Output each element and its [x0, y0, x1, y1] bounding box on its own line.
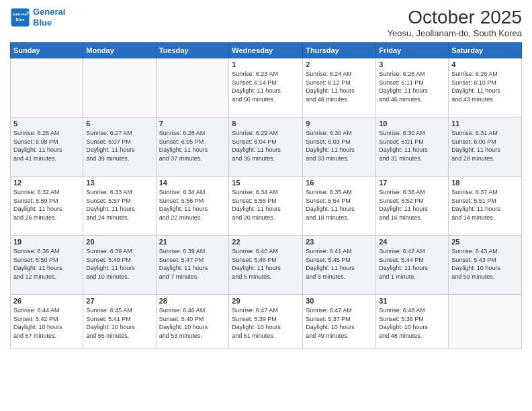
calendar-cell: 3Sunrise: 6:25 AMSunset: 6:11 PMDaylight…	[376, 58, 449, 118]
day-number: 20	[86, 238, 152, 246]
logo-icon: General Blue	[10, 7, 30, 28]
calendar-cell: 28Sunrise: 6:46 AMSunset: 5:40 PMDayligh…	[156, 295, 229, 349]
weekday-header: Friday	[376, 43, 449, 58]
title-block: October 2025 Yeosu, Jeollanam-do, South …	[388, 7, 522, 38]
cell-info: Sunrise: 6:30 AMSunset: 6:03 PMDaylight:…	[306, 129, 373, 163]
day-number: 3	[379, 60, 445, 68]
cell-info: Sunrise: 6:40 AMSunset: 5:46 PMDaylight:…	[232, 247, 300, 281]
day-number: 31	[379, 297, 445, 305]
month-title: October 2025	[388, 7, 522, 28]
calendar-cell: 8Sunrise: 6:29 AMSunset: 6:04 PMDaylight…	[229, 118, 303, 177]
calendar-cell: 7Sunrise: 6:28 AMSunset: 6:05 PMDaylight…	[156, 118, 229, 177]
day-number: 29	[232, 297, 300, 305]
calendar-cell: 6Sunrise: 6:27 AMSunset: 6:07 PMDaylight…	[83, 118, 156, 177]
day-number: 25	[451, 238, 519, 246]
cell-info: Sunrise: 6:38 AMSunset: 5:50 PMDaylight:…	[13, 247, 80, 281]
weekday-header: Tuesday	[156, 43, 229, 58]
day-number: 14	[159, 179, 226, 187]
calendar-cell	[83, 58, 156, 118]
day-number: 15	[232, 179, 300, 187]
calendar-cell: 26Sunrise: 6:44 AMSunset: 5:42 PMDayligh…	[11, 295, 83, 349]
calendar-cell: 15Sunrise: 6:34 AMSunset: 5:55 PMDayligh…	[229, 177, 303, 236]
day-number: 16	[306, 179, 373, 187]
cell-info: Sunrise: 6:27 AMSunset: 6:07 PMDaylight:…	[86, 129, 152, 163]
cell-info: Sunrise: 6:30 AMSunset: 6:01 PMDaylight:…	[379, 129, 445, 163]
day-number: 23	[306, 238, 373, 246]
calendar-week-row: 26Sunrise: 6:44 AMSunset: 5:42 PMDayligh…	[11, 295, 522, 349]
calendar-cell: 13Sunrise: 6:33 AMSunset: 5:57 PMDayligh…	[83, 177, 156, 236]
day-number: 9	[306, 120, 373, 128]
day-number: 7	[159, 120, 226, 128]
calendar-week-row: 19Sunrise: 6:38 AMSunset: 5:50 PMDayligh…	[11, 236, 522, 295]
cell-info: Sunrise: 6:32 AMSunset: 5:59 PMDaylight:…	[13, 188, 80, 222]
day-number: 5	[13, 120, 80, 128]
day-number: 11	[451, 120, 519, 128]
calendar-cell: 1Sunrise: 6:23 AMSunset: 6:14 PMDaylight…	[229, 58, 303, 118]
weekday-header: Monday	[83, 43, 156, 58]
day-number: 8	[232, 120, 300, 128]
calendar-cell: 11Sunrise: 6:31 AMSunset: 6:00 PMDayligh…	[449, 118, 522, 177]
day-number: 17	[379, 179, 445, 187]
calendar-week-row: 12Sunrise: 6:32 AMSunset: 5:59 PMDayligh…	[11, 177, 522, 236]
header: General Blue General Blue October 2025 Y…	[10, 7, 522, 38]
logo-line2: Blue	[33, 17, 52, 28]
calendar-week-row: 5Sunrise: 6:26 AMSunset: 6:08 PMDaylight…	[11, 118, 522, 177]
calendar-cell: 19Sunrise: 6:38 AMSunset: 5:50 PMDayligh…	[11, 236, 83, 295]
day-number: 30	[306, 297, 373, 305]
calendar-cell: 21Sunrise: 6:39 AMSunset: 5:47 PMDayligh…	[156, 236, 229, 295]
calendar-cell: 25Sunrise: 6:43 AMSunset: 5:43 PMDayligh…	[449, 236, 522, 295]
calendar-cell: 10Sunrise: 6:30 AMSunset: 6:01 PMDayligh…	[376, 118, 449, 177]
calendar-cell: 22Sunrise: 6:40 AMSunset: 5:46 PMDayligh…	[229, 236, 303, 295]
page: General Blue General Blue October 2025 Y…	[0, 0, 532, 411]
cell-info: Sunrise: 6:34 AMSunset: 5:55 PMDaylight:…	[232, 188, 300, 222]
cell-info: Sunrise: 6:45 AMSunset: 5:41 PMDaylight:…	[86, 306, 152, 340]
calendar-cell: 16Sunrise: 6:35 AMSunset: 5:54 PMDayligh…	[303, 177, 376, 236]
day-number: 27	[86, 297, 152, 305]
day-number: 18	[451, 179, 519, 187]
calendar-cell: 29Sunrise: 6:47 AMSunset: 5:39 PMDayligh…	[229, 295, 303, 349]
logo-line1: General	[33, 7, 65, 17]
calendar-cell	[449, 295, 522, 349]
cell-info: Sunrise: 6:48 AMSunset: 5:36 PMDaylight:…	[379, 306, 445, 340]
calendar-cell: 31Sunrise: 6:48 AMSunset: 5:36 PMDayligh…	[376, 295, 449, 349]
day-number: 13	[86, 179, 152, 187]
day-number: 26	[13, 297, 80, 305]
calendar-cell: 23Sunrise: 6:41 AMSunset: 5:45 PMDayligh…	[303, 236, 376, 295]
cell-info: Sunrise: 6:24 AMSunset: 6:12 PMDaylight:…	[306, 70, 373, 103]
calendar-cell: 14Sunrise: 6:34 AMSunset: 5:56 PMDayligh…	[156, 177, 229, 236]
svg-text:Blue: Blue	[15, 17, 25, 21]
cell-info: Sunrise: 6:35 AMSunset: 5:54 PMDaylight:…	[306, 188, 373, 222]
logo-text: General Blue	[33, 7, 65, 28]
cell-info: Sunrise: 6:42 AMSunset: 5:44 PMDaylight:…	[379, 247, 445, 281]
cell-info: Sunrise: 6:29 AMSunset: 6:04 PMDaylight:…	[232, 129, 300, 163]
calendar: SundayMondayTuesdayWednesdayThursdayFrid…	[10, 42, 522, 349]
calendar-cell: 2Sunrise: 6:24 AMSunset: 6:12 PMDaylight…	[303, 58, 376, 118]
calendar-cell	[11, 58, 83, 118]
cell-info: Sunrise: 6:39 AMSunset: 5:47 PMDaylight:…	[159, 247, 226, 281]
calendar-cell: 17Sunrise: 6:36 AMSunset: 5:52 PMDayligh…	[376, 177, 449, 236]
calendar-cell: 12Sunrise: 6:32 AMSunset: 5:59 PMDayligh…	[11, 177, 83, 236]
weekday-header: Saturday	[449, 43, 522, 58]
calendar-cell: 4Sunrise: 6:26 AMSunset: 6:10 PMDaylight…	[449, 58, 522, 118]
cell-info: Sunrise: 6:26 AMSunset: 6:08 PMDaylight:…	[13, 129, 80, 163]
calendar-cell	[156, 58, 229, 118]
day-number: 22	[232, 238, 300, 246]
cell-info: Sunrise: 6:31 AMSunset: 6:00 PMDaylight:…	[451, 129, 519, 163]
cell-info: Sunrise: 6:33 AMSunset: 5:57 PMDaylight:…	[86, 188, 152, 222]
calendar-cell: 5Sunrise: 6:26 AMSunset: 6:08 PMDaylight…	[11, 118, 83, 177]
day-number: 21	[159, 238, 226, 246]
day-number: 2	[306, 60, 373, 68]
day-number: 24	[379, 238, 445, 246]
calendar-cell: 30Sunrise: 6:47 AMSunset: 5:37 PMDayligh…	[303, 295, 376, 349]
day-number: 19	[13, 238, 80, 246]
cell-info: Sunrise: 6:25 AMSunset: 6:11 PMDaylight:…	[379, 70, 445, 103]
day-number: 6	[86, 120, 152, 128]
cell-info: Sunrise: 6:23 AMSunset: 6:14 PMDaylight:…	[232, 70, 300, 103]
calendar-cell: 18Sunrise: 6:37 AMSunset: 5:51 PMDayligh…	[449, 177, 522, 236]
cell-info: Sunrise: 6:37 AMSunset: 5:51 PMDaylight:…	[451, 188, 519, 222]
cell-info: Sunrise: 6:26 AMSunset: 6:10 PMDaylight:…	[451, 70, 519, 103]
calendar-cell: 27Sunrise: 6:45 AMSunset: 5:41 PMDayligh…	[83, 295, 156, 349]
day-number: 1	[232, 60, 300, 68]
day-number: 28	[159, 297, 226, 305]
cell-info: Sunrise: 6:36 AMSunset: 5:52 PMDaylight:…	[379, 188, 445, 222]
